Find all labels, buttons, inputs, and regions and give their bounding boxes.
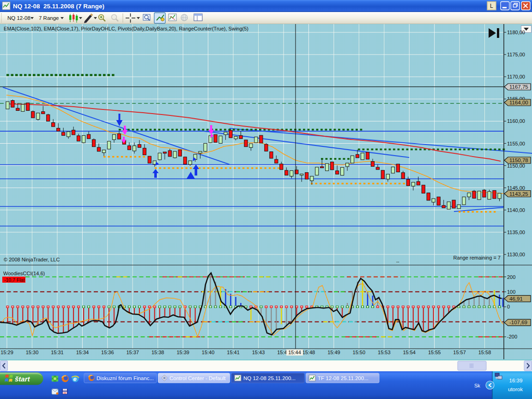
svg-text:15:57: 15:57 <box>453 350 466 355</box>
svg-text:15:40: 15:40 <box>202 350 215 355</box>
svg-text:15:36: 15:36 <box>101 350 114 355</box>
svg-text:-10,7 Flat: -10,7 Flat <box>4 277 24 283</box>
svg-text:100: 100 <box>507 289 515 295</box>
svg-text:štart: štart <box>15 375 30 383</box>
svg-text:15:30: 15:30 <box>26 350 39 355</box>
svg-text:Range remaining = 7: Range remaining = 7 <box>453 255 501 260</box>
svg-text:15:44: 15:44 <box>288 350 301 355</box>
svg-text:15:29: 15:29 <box>0 350 13 355</box>
svg-text:15:34: 15:34 <box>76 350 89 355</box>
svg-text:15:49: 15:49 <box>327 350 340 355</box>
svg-text:15:55: 15:55 <box>428 350 441 355</box>
svg-text:--: -- <box>396 259 399 264</box>
svg-text:15:37: 15:37 <box>126 350 139 355</box>
svg-text:15:31: 15:31 <box>51 350 64 355</box>
svg-text:1145,00: 1145,00 <box>507 185 525 191</box>
svg-text:1135,00: 1135,00 <box>507 230 525 235</box>
svg-text:1175,00: 1175,00 <box>507 52 525 57</box>
svg-text:15:43: 15:43 <box>252 350 265 355</box>
svg-text:1140,00: 1140,00 <box>507 207 525 213</box>
svg-text:15:48: 15:48 <box>302 350 315 355</box>
svg-text:© 2008 NinjaTrader, LLC: © 2008 NinjaTrader, LLC <box>4 257 60 262</box>
svg-text:1167,75: 1167,75 <box>509 84 528 90</box>
svg-text:1130,00: 1130,00 <box>507 252 525 257</box>
svg-text:1155,00: 1155,00 <box>507 141 525 146</box>
svg-text:1180,00: 1180,00 <box>507 30 525 35</box>
svg-text:WoodiesCCI(14,6): WoodiesCCI(14,6) <box>3 271 45 276</box>
svg-text:NQ 12-08 25.11.200...: NQ 12-08 25.11.200... <box>243 375 296 381</box>
svg-text:-200: -200 <box>507 334 517 339</box>
svg-text:Sk: Sk <box>474 383 480 388</box>
svg-text:15:53: 15:53 <box>378 350 391 355</box>
svg-text:-107,69: -107,69 <box>509 320 527 325</box>
svg-text:L: L <box>490 3 493 9</box>
svg-text:15:41: 15:41 <box>227 350 240 355</box>
svg-text:1160,00: 1160,00 <box>507 118 525 124</box>
svg-text:1164,00: 1164,00 <box>509 100 528 105</box>
svg-text:utorok: utorok <box>508 387 523 392</box>
svg-text:Diskuzní fórum Financ...: Diskuzní fórum Financ... <box>97 375 154 381</box>
svg-text:15:39: 15:39 <box>176 350 189 355</box>
svg-text:Control Center - Default: Control Center - Default <box>169 375 226 381</box>
svg-text:1143,25: 1143,25 <box>509 191 528 197</box>
svg-text:46,91: 46,91 <box>509 296 523 302</box>
svg-text:15:58: 15:58 <box>478 350 491 355</box>
svg-text:15:54: 15:54 <box>403 350 416 355</box>
svg-text:NQ 12-08: NQ 12-08 <box>7 15 30 21</box>
svg-text:200: 200 <box>507 274 515 280</box>
svg-text:0: 0 <box>507 304 510 309</box>
svg-text:1170,00: 1170,00 <box>507 74 525 79</box>
svg-text:1150,78: 1150,78 <box>509 157 528 163</box>
svg-text:16:39: 16:39 <box>509 378 523 383</box>
svg-text:EMA(Close,102), EMA(Close,17),: EMA(Close,102), EMA(Close,17), PriorDayO… <box>4 26 248 31</box>
svg-text:NQ 12-08 25.11.2008 (7 Range): NQ 12-08 25.11.2008 (7 Range) <box>13 3 104 10</box>
svg-text:15:50: 15:50 <box>353 350 366 355</box>
svg-text:15:38: 15:38 <box>151 350 164 355</box>
svg-text:7 Range: 7 Range <box>39 15 59 21</box>
svg-text:TF 12-08 25.11.200...: TF 12-08 25.11.200... <box>318 375 369 381</box>
